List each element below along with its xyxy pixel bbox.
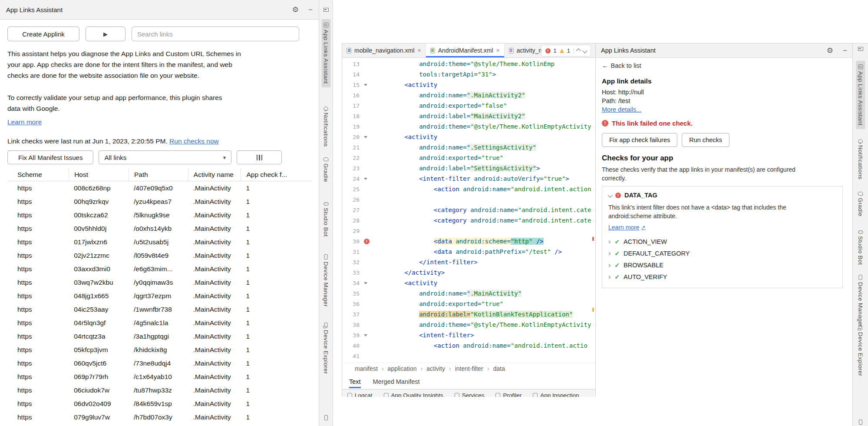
fold-icon[interactable]	[364, 136, 367, 138]
sidebar-item-app-links-assistant[interactable]: App Links Assistant	[321, 19, 330, 87]
code-line[interactable]: 16 android:name=".MainActivity2"	[342, 90, 596, 100]
create-applink-button[interactable]: Create Applink	[7, 27, 79, 41]
sidebar-item-notifications[interactable]: Notifications	[323, 106, 329, 147]
bottom-bar-item-services[interactable]: Services	[455, 392, 485, 397]
code-editor[interactable]: 13 android:theme="@style/Theme.KotlinEmp…	[342, 58, 596, 363]
fold-icon[interactable]	[364, 84, 367, 86]
close-icon[interactable]: ×	[418, 47, 421, 54]
code-line[interactable]: 22 android:exported="true"	[342, 153, 596, 163]
table-row[interactable]: https04ic253aay/1wwnfbr738.MainActivity1	[7, 303, 311, 316]
passed-check-default_category[interactable]: ›✓DEFAULT_CATEGORY	[608, 247, 836, 259]
warning-stripe-mark[interactable]	[592, 308, 594, 312]
sidebar-item-notifications[interactable]: Notifications	[857, 139, 864, 180]
column-header-host[interactable]: Host	[69, 168, 129, 181]
code-line[interactable]: 21 android:name=".SettingsActivity"	[342, 142, 596, 153]
bottom-tool-icon[interactable]	[324, 415, 328, 420]
error-stripe-mark[interactable]	[592, 237, 594, 241]
code-line[interactable]: 13 android:theme="@style/Theme.KotlinEmp	[342, 59, 596, 69]
table-row[interactable]: https04r5lqn3gf/4g5nalc1la.MainActivity1	[7, 316, 311, 329]
close-icon[interactable]: ×	[496, 47, 500, 54]
code-line[interactable]: 34 <activity	[342, 278, 596, 288]
code-line[interactable]: 31 <data android:pathPrefix="/test" />	[342, 246, 596, 257]
code-line[interactable]: 33 </activity>	[342, 267, 596, 278]
table-row[interactable]: https069p7r79rh/c1x64yab10.MainActivity1	[7, 370, 311, 383]
table-row[interactable]: https03wq7w2kbu/y0qqimaw3s.MainActivity1	[7, 276, 311, 289]
code-line[interactable]: 37 android:label="KotlinBlankTestApplica…	[342, 309, 596, 320]
fix-app-check-failures-button[interactable]: Fix app check failures	[602, 133, 677, 147]
prev-issue-icon[interactable]	[576, 48, 581, 53]
gear-icon[interactable]: ⚙	[827, 47, 833, 54]
column-header-app-check[interactable]: App check f...	[241, 168, 311, 181]
table-row[interactable]: https008c6z68np/407e09q5x0.MainActivity1	[7, 181, 311, 195]
table-row[interactable]: https00hq9zrkqv/yzu4kpeas7.MainActivity1	[7, 195, 311, 208]
back-to-list-link[interactable]: ← Back to list	[602, 62, 641, 69]
table-row[interactable]: https02jv21zzmc/l059v8t4e9.MainActivity1	[7, 249, 311, 262]
code-line[interactable]: 14 tools:targetApi="31">	[342, 69, 596, 80]
code-line[interactable]: 17 android:exported="false"	[342, 100, 596, 111]
fold-icon[interactable]	[364, 178, 367, 180]
code-line[interactable]: 27 <category android:name="android.inten…	[342, 205, 596, 215]
next-issue-icon[interactable]	[582, 48, 587, 53]
run-checks-now-link[interactable]: Run checks now	[169, 137, 219, 145]
columns-button[interactable]	[237, 150, 282, 164]
table-row[interactable]: https00tskcza62/5lknugk9se.MainActivity1	[7, 208, 311, 222]
bottom-bar-item-logcat[interactable]: Logcat	[347, 392, 373, 397]
mode-tab-merged-manifest[interactable]: Merged Manifest	[373, 376, 420, 388]
breadcrumb-item-manifest[interactable]: manifest	[355, 365, 378, 372]
sidebar-item-device-explorer[interactable]: Device Explorer	[857, 325, 864, 376]
breadcrumb-item-data[interactable]: data	[493, 365, 505, 372]
table-row[interactable]: https048jg1x665/qgrt37ezpm.MainActivity1	[7, 289, 311, 303]
sidebar-item-device-explorer[interactable]: Device Explorer	[323, 323, 329, 374]
breadcrumb-item-activity[interactable]: activity	[426, 365, 445, 372]
editor-tab-androidmanifest-xml[interactable]: AndroidManifest.xml×	[426, 43, 505, 57]
code-line[interactable]: 28 <category android:name="android.inten…	[342, 215, 596, 226]
mode-tab-text[interactable]: Text	[349, 376, 361, 388]
code-line[interactable]: 40 <action android:name="android.intent.…	[342, 340, 596, 351]
sidebar-item-device-manager[interactable]: Device Manager	[857, 275, 864, 327]
code-line[interactable]: 32 </intent-filter>	[342, 257, 596, 267]
code-line[interactable]: 26	[342, 194, 596, 205]
code-line[interactable]: 38 android:theme="@style/Theme.KotlinEmp…	[342, 320, 596, 330]
code-line[interactable]: 19 android:theme="@style/Theme.KotlinEmp…	[342, 121, 596, 132]
search-links-input[interactable]	[132, 27, 299, 41]
dock-icon[interactable]	[858, 47, 863, 51]
code-line[interactable]: 41	[342, 351, 596, 361]
table-row[interactable]: https04rtcqtz3a/3a1hgptqgi.MainActivity1	[7, 329, 311, 343]
code-line[interactable]: 15 <activity	[342, 80, 596, 90]
code-line[interactable]: 29	[342, 226, 596, 236]
check-learn-more-link[interactable]: Learn more ↗	[608, 224, 646, 231]
breadcrumb-item-intent-filter[interactable]: intent-filter	[455, 365, 483, 372]
code-line[interactable]: 35 android:name=".MainActivity"	[342, 288, 596, 299]
bottom-bar-item-app-inspection[interactable]: App Inspection	[533, 392, 579, 397]
column-header-scheme[interactable]: Scheme	[7, 168, 69, 181]
sidebar-item-gradle[interactable]: Gradle	[857, 192, 864, 216]
fix-all-manifest-issues-button[interactable]: Fix All Manifest Issues	[7, 150, 93, 164]
table-row[interactable]: https03axxd3mi0/e6g63mim....MainActivity…	[7, 262, 311, 276]
table-row[interactable]: https079g9luv7w/h7bd07ox3y.MainActivity1	[7, 410, 311, 424]
code-line[interactable]: 25 <action android:name="android.intent.…	[342, 184, 596, 194]
table-row[interactable]: https060qv5jct6/73ne8udqj4.MainActivity1	[7, 356, 311, 370]
code-line[interactable]: 24 <intent-filter android:autoVerify="tr…	[342, 173, 596, 184]
minimize-icon[interactable]: −	[843, 47, 847, 54]
sidebar-item-studio-bot[interactable]: Studio Bot	[857, 230, 864, 265]
column-header-path[interactable]: Path	[129, 168, 188, 181]
passed-check-browsable[interactable]: ›✓BROWSABLE	[608, 259, 836, 271]
gear-icon[interactable]: ⚙	[292, 6, 299, 13]
failed-check-row[interactable]: ! DATA_TAG	[608, 192, 836, 199]
inspection-widget[interactable]: ! 1 1	[541, 45, 591, 57]
code-line[interactable]: 20 <activity	[342, 132, 596, 142]
minimize-icon[interactable]: −	[308, 6, 313, 13]
code-line[interactable]: 39 <intent-filter>	[342, 330, 596, 340]
editor-tab-mobile-navigation-xml[interactable]: mobile_navigation.xml×	[342, 43, 426, 57]
sidebar-item-studio-bot[interactable]: Studio Bot	[323, 202, 329, 236]
column-header-activity-name[interactable]: Activity name	[188, 168, 241, 181]
bottom-tool-icon[interactable]	[859, 419, 862, 425]
code-line[interactable]: 36 android:exported="true"	[342, 299, 596, 309]
code-line[interactable]: 18 android:label="MainActivity2"	[342, 111, 596, 121]
table-row[interactable]: https06ciudok7w/tu87hwp33z.MainActivity1	[7, 383, 311, 397]
more-details-link[interactable]: More details...	[602, 106, 641, 113]
links-filter-dropdown[interactable]: All links ▾	[99, 150, 231, 164]
passed-check-auto_verify[interactable]: ›✓AUTO_VERIFY	[608, 271, 836, 283]
table-row[interactable]: https017jwlxzn6/u5t2usab5j.MainActivity1	[7, 235, 311, 249]
table-row[interactable]: https05kfcp3jvm/khidckix8g.MainActivity1	[7, 343, 311, 356]
